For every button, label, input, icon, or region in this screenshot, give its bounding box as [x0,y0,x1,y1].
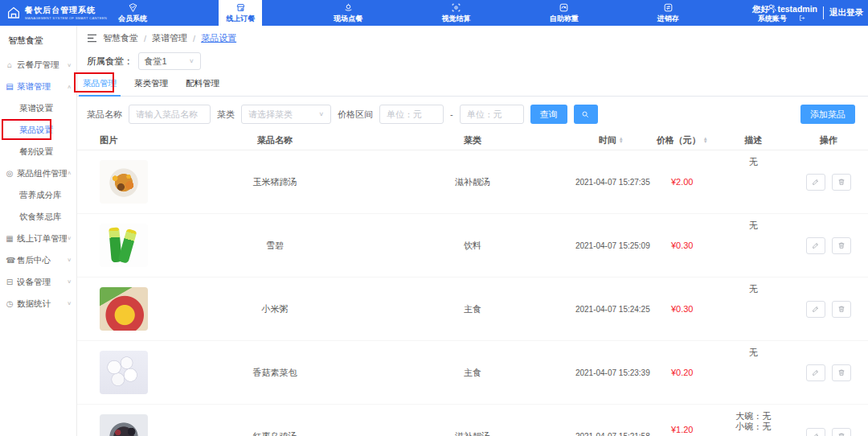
dish-category: 滋补靓汤 [370,430,575,436]
breadcrumb-item[interactable]: 菜谱管理 [152,32,187,44]
dish-image [100,160,148,204]
dish-name-input[interactable] [129,105,211,124]
logout-button[interactable]: 退出登录 [829,7,863,19]
collapse-menu-icon[interactable] [87,34,97,43]
dish-time: 2021-04-07 15:21:58 [575,432,647,436]
dish-image [100,287,148,331]
search-icon-button[interactable] [574,105,598,124]
sidebar-subitem-diet-taboo-library[interactable]: 饮食禁忌库 [0,206,76,228]
nav-item-member-system[interactable]: 会员系统 [111,0,154,26]
sidebar-item-device-management[interactable]: ⊟ 设备管理 ∨ [0,271,76,293]
dish-name: 玉米猪蹄汤 [180,176,370,188]
edit-button[interactable] [806,174,825,191]
row-operations [789,301,868,318]
header-description: 描述 [718,134,789,146]
sidebar-subitem-dish-settings[interactable]: 菜品设置 [0,119,76,141]
tab-category-management[interactable]: 菜类管理 [130,76,172,96]
delete-button[interactable] [832,237,851,254]
nav-item-self-weighing[interactable]: 自助称重 [542,0,586,26]
dish-time: 2021-04-07 15:24:25 [575,305,647,314]
sidebar-subitem-nutrition-library[interactable]: 营养成分库 [0,184,76,206]
member-system-icon [128,2,138,13]
nav-item-visual-checkout[interactable]: 视觉结算 [434,0,477,26]
header-operation: 操作 [789,134,868,146]
price-max-input[interactable] [460,105,524,124]
logo-house-icon [6,6,21,20]
chevron-up-icon: ∧ [67,171,72,176]
table-row: 雪碧 饮料 2021-04-07 15:25:09 ¥0.30 无 [77,214,868,278]
price-range-dash: - [450,109,453,119]
user-area: 您好，testadmin 退出登录 [752,0,863,26]
nav-item-label: 现场点餐 [334,14,362,24]
price-min-input[interactable] [379,105,444,124]
online-order-management-icon: ▦ [6,234,14,243]
top-navbar: 餐饮后台管理系统 MANAGEMENT SYSTEM OF SMART CANT… [0,0,868,26]
nav-item-onsite-order[interactable]: 现场点餐 [326,0,370,26]
tab-dish-management[interactable]: 菜品管理 [79,76,121,97]
query-button[interactable]: 查询 [530,105,567,124]
divider [823,6,824,19]
device-management-icon: ⊟ [6,278,14,286]
nav-item-label: 视觉结算 [441,14,470,24]
dish-category: 主食 [370,303,575,315]
table-row: 香菇素菜包 主食 2021-04-07 15:23:39 ¥0.20 无 [77,341,868,405]
sidebar-item-data-statistics[interactable]: ◷ 数据统计 ∨ [0,293,76,315]
price-range-label: 价格区间 [338,109,373,121]
main-content: 智慧食堂 / 菜谱管理 / 菜品设置 所属食堂： 食堂1 ∨ 菜品管理 菜类管理… [77,26,868,436]
header-time: 时间 ▲▼ [575,134,647,146]
dish-image [100,414,148,436]
sidebar-subitem-recipe-settings[interactable]: 菜谱设置 [0,97,76,119]
tab-ingredient-management[interactable]: 配料管理 [182,76,223,96]
edit-button[interactable] [806,301,825,318]
add-dish-button[interactable]: 添加菜品 [800,105,855,124]
category-select[interactable]: 请选择菜类 ∨ [241,105,331,124]
sidebar-item-cloud-restaurant[interactable]: ⌂ 云餐厅管理 ∨ [0,54,76,76]
delete-trash-icon [837,241,845,249]
self-weighing-icon [559,2,569,13]
delete-button[interactable] [832,174,851,191]
dish-component-icon: ◎ [6,169,14,178]
edit-button[interactable] [806,237,825,254]
breadcrumb-item[interactable]: 智慧食堂 [103,32,138,44]
search-icon [581,110,590,119]
aftersale-center-icon: ☎ [6,256,14,265]
table-row: 小米粥 主食 2021-04-07 15:24:25 ¥0.30 无 [77,278,868,341]
top-nav: 会员系统 线上订餐 现场点餐 视觉结算 自助称重 进销存 系统账号 [111,0,794,26]
edit-pencil-icon [812,305,820,313]
app-subtitle: MANAGEMENT SYSTEM OF SMART CANTEEN [25,15,107,19]
dish-category: 饮料 [370,240,575,252]
app-logo: 餐饮后台管理系统 MANAGEMENT SYSTEM OF SMART CANT… [6,0,121,26]
edit-button[interactable] [806,428,825,436]
canteen-select[interactable]: 食堂1 ∨ [138,52,201,70]
sidebar-item-recipe-management[interactable]: ▤ 菜谱管理 ∧ [0,76,76,97]
chevron-down-icon: ∨ [318,111,324,117]
user-greeting: 您好，testadmin [752,5,817,22]
table-row: 红枣乌鸡汤 滋补靓汤 2021-04-07 15:21:58 ¥1.20¥1.0… [77,405,868,436]
nav-item-inventory[interactable]: 进销存 [650,0,686,26]
delete-button[interactable] [832,301,851,318]
sidebar-subitem-meal-type-settings[interactable]: 餐别设置 [0,141,76,162]
header-image: 图片 [77,134,180,146]
chevron-down-icon: ∨ [67,257,72,263]
delete-button[interactable] [832,364,851,381]
sort-icon[interactable]: ▲▼ [703,137,708,144]
canteen-label: 所属食堂： [87,56,133,68]
row-operations [789,174,868,191]
sidebar-item-dish-component-management[interactable]: ◎ 菜品组件管理 ∧ [0,162,76,184]
edit-pencil-icon [812,432,820,436]
delete-button[interactable] [832,428,851,436]
dish-image [100,224,148,267]
dish-description: 无 [718,150,789,167]
breadcrumb-separator: / [193,34,195,43]
onsite-order-icon [343,2,354,13]
chevron-down-icon: ∨ [67,279,72,285]
edit-button[interactable] [806,364,825,381]
sort-icon[interactable]: ▲▼ [619,137,624,144]
nav-item-online-order[interactable]: 线上订餐 [219,0,262,26]
dish-name: 雪碧 [180,240,370,252]
canteen-select-value: 食堂1 [145,56,167,68]
sidebar-item-aftersale-center[interactable]: ☎ 售后中心 ∨ [0,249,76,271]
row-operations [789,237,868,254]
breadcrumb-current[interactable]: 菜品设置 [201,32,236,44]
sidebar-item-online-order-management[interactable]: ▦ 线上订单管理 ∨ [0,228,76,249]
